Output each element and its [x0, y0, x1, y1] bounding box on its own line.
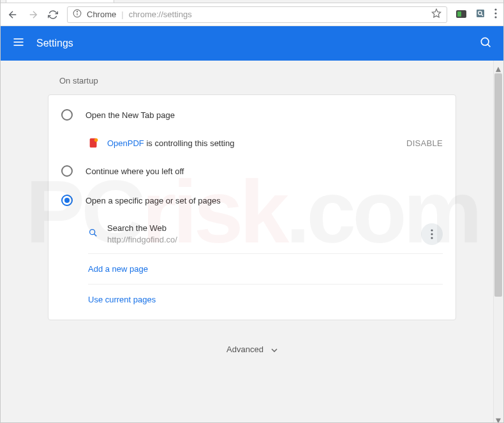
svg-point-17 — [494, 12, 496, 14]
reload-button[interactable] — [48, 10, 58, 20]
use-current-pages-link[interactable]: Use current pages — [48, 285, 456, 315]
advanced-label: Advanced — [226, 345, 263, 354]
scroll-up-icon[interactable]: ▴ — [496, 63, 502, 69]
svg-point-18 — [494, 16, 496, 18]
scrollbar-thumb[interactable] — [494, 73, 502, 297]
svg-rect-12 — [457, 11, 461, 17]
startup-page-url: http://findgofind.co/ — [107, 234, 177, 246]
add-page-link[interactable]: Add a new page — [48, 254, 456, 284]
magnifier-icon — [88, 228, 98, 241]
browser-tab-settings[interactable]: Settings × — [6, 0, 114, 3]
tab-strip: Settings × — [1, 0, 503, 3]
extension-name-link[interactable]: OpenPDF — [107, 138, 144, 148]
info-icon — [73, 9, 82, 20]
radio-option-specific[interactable]: Open a specific page or set of pages — [48, 186, 456, 215]
svg-point-29 — [431, 237, 433, 239]
radio-option-newtab[interactable]: Open the New Tab page — [48, 100, 456, 130]
advanced-toggle[interactable]: Advanced — [48, 345, 456, 354]
forward-button[interactable] — [27, 9, 39, 20]
star-icon[interactable] — [431, 8, 441, 20]
back-button[interactable] — [7, 9, 19, 20]
settings-title: Settings — [36, 38, 73, 49]
omnibox-origin: Chrome — [87, 10, 116, 19]
svg-marker-10 — [432, 9, 440, 17]
option-label: Open a specific page or set of pages — [85, 196, 221, 205]
disable-button[interactable]: DISABLE — [406, 138, 443, 148]
svg-point-28 — [431, 234, 433, 235]
svg-point-27 — [431, 230, 433, 232]
scroll-down-icon[interactable]: ▾ — [496, 414, 502, 420]
search-icon[interactable] — [479, 36, 492, 51]
section-label-startup: On startup — [59, 76, 456, 85]
svg-point-9 — [77, 11, 77, 12]
radio-icon — [61, 109, 73, 121]
address-bar: Chrome | chrome://settings — [1, 3, 503, 26]
svg-point-24 — [94, 138, 98, 142]
svg-line-26 — [94, 234, 97, 237]
more-actions-button[interactable] — [421, 223, 443, 245]
svg-line-23 — [487, 44, 490, 47]
omnibox[interactable]: Chrome | chrome://settings — [67, 6, 447, 23]
radio-option-continue[interactable]: Continue where you left off — [48, 156, 456, 186]
svg-point-25 — [90, 230, 95, 235]
radio-icon — [61, 165, 73, 177]
option-label: Continue where you left off — [85, 167, 184, 176]
extension-controlling-row: OpenPDF is controlling this setting DISA… — [48, 130, 456, 156]
settings-appbar: Settings — [1, 26, 503, 61]
omnibox-url: chrome://settings — [129, 10, 192, 19]
hamburger-icon[interactable] — [12, 36, 25, 51]
scrollbar[interactable]: ▴ ▾ — [493, 61, 503, 422]
zoom-icon[interactable] — [475, 8, 485, 21]
startup-page-title: Search the Web — [107, 223, 177, 234]
startup-card: Open the New Tab page OpenPDF is control… — [48, 94, 456, 320]
svg-rect-13 — [477, 10, 484, 17]
content-area: On startup Open the New Tab page OpenPDF… — [1, 61, 503, 422]
svg-point-16 — [494, 8, 496, 10]
svg-point-22 — [481, 38, 489, 45]
extension-icon[interactable] — [456, 9, 466, 20]
option-label: Open the New Tab page — [85, 110, 175, 120]
radio-icon — [61, 195, 73, 206]
startup-page-entry: Search the Web http://findgofind.co/ — [48, 215, 456, 253]
extension-openpdf-icon — [88, 137, 100, 149]
chevron-down-icon — [271, 345, 278, 354]
menu-icon[interactable] — [494, 8, 497, 21]
controlling-suffix: is controlling this setting — [144, 138, 235, 148]
